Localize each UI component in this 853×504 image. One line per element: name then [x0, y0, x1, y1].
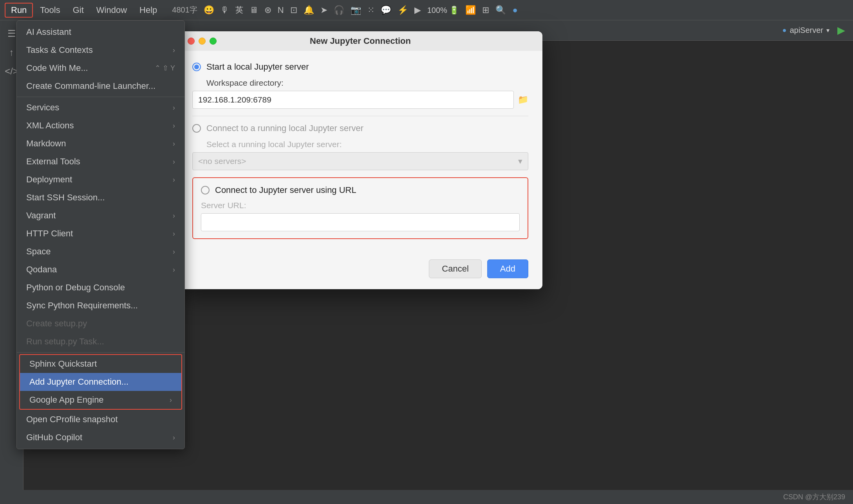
- menu-item-deployment[interactable]: Deployment ›: [17, 171, 184, 189]
- menu-item-external-tools[interactable]: External Tools ›: [17, 153, 184, 171]
- menu-item-tasks-contexts[interactable]: Tasks & Contexts ›: [17, 41, 184, 59]
- send-icon: ➤: [320, 5, 327, 15]
- workspace-dir-input[interactable]: 192.168.1.209:6789: [192, 91, 514, 109]
- section-separator: [192, 116, 528, 116]
- github-copilot-arrow-icon: ›: [173, 434, 175, 442]
- menu-item-http-client[interactable]: HTTP Client ›: [17, 225, 184, 243]
- mic-icon: 🎙: [220, 5, 229, 15]
- camera-icon: 📷: [351, 5, 361, 15]
- menu-item-start-ssh[interactable]: Start SSH Session...: [17, 189, 184, 207]
- space-arrow-icon: ›: [173, 248, 175, 256]
- url-section: Connect to Jupyter server using URL Serv…: [192, 177, 528, 239]
- tasks-arrow-icon: ›: [173, 46, 175, 54]
- menu-item-xml-actions[interactable]: XML Actions ›: [17, 117, 184, 135]
- menu-item-create-setup: Create setup.py: [17, 315, 184, 333]
- jupyter-dialog: New Jupyter Connection Start a local Jup…: [178, 31, 542, 289]
- status-bar: CSDN @方大别239: [0, 490, 853, 504]
- local-server-label: Start a local Jupyter server: [206, 62, 309, 72]
- record-icon: ⊡: [290, 5, 297, 15]
- running-local-label: Connect to a running local Jupyter serve…: [206, 123, 363, 133]
- select-server-label: Select a running local Jupyter server:: [206, 140, 528, 149]
- menu-item-sync-python[interactable]: Sync Python Requirements...: [17, 297, 184, 315]
- menubar-item-tools[interactable]: Tools: [34, 4, 65, 17]
- run-button[interactable]: ▶: [837, 24, 845, 36]
- menu-item-vagrant[interactable]: Vagrant ›: [17, 207, 184, 225]
- char-count-label: 4801字: [172, 5, 197, 15]
- menu-item-python-console[interactable]: Python or Debug Console: [17, 279, 184, 297]
- bluetooth-icon: ⚡: [398, 5, 408, 15]
- menu-separator-2: [17, 352, 184, 353]
- menubar-icons: 4801字 😀 🎙 英 🖥 ⊛ N ⊡ 🔔 ➤ 🎧 📷 ⁙ 💬 ⚡ ▶ 100%…: [164, 5, 517, 15]
- menubar-item-run[interactable]: Run: [5, 3, 33, 18]
- menu-item-code-with-me[interactable]: Code With Me... ⌃ ⇧ Y: [17, 59, 184, 77]
- wechat-icon: 💬: [381, 5, 391, 15]
- xml-arrow-icon: ›: [173, 122, 175, 130]
- vagrant-arrow-icon: ›: [173, 212, 175, 220]
- sidebar-up-icon[interactable]: ↑: [9, 47, 14, 58]
- menu-item-google-app-engine[interactable]: Google App Engine ›: [20, 391, 181, 409]
- profile-icon: ●: [512, 5, 517, 15]
- dots-icon: ⁙: [367, 5, 374, 15]
- menu-item-open-cprofile[interactable]: Open CProfile snapshot: [17, 410, 184, 428]
- server-url-input[interactable]: [201, 213, 520, 231]
- menu-item-add-jupyter[interactable]: Add Jupyter Connection...: [20, 373, 181, 391]
- dialog-title: New Jupyter Connection: [310, 36, 411, 46]
- dialog-body: Start a local Jupyter server Workspace d…: [178, 51, 542, 259]
- play-icon: ▶: [414, 5, 421, 15]
- menu-item-services[interactable]: Services ›: [17, 99, 184, 117]
- radio-url[interactable]: [201, 186, 210, 194]
- menubar-item-git[interactable]: Git: [67, 4, 89, 17]
- api-server-button[interactable]: ● apiServer ▾: [783, 26, 830, 35]
- wifi-icon: 📶: [465, 5, 476, 15]
- search-icon[interactable]: 🔍: [495, 5, 506, 15]
- workspace-dir-label: Workspace directory:: [206, 78, 528, 88]
- menu-item-markdown[interactable]: Markdown ›: [17, 135, 184, 153]
- notion-icon: N: [278, 5, 284, 15]
- option-running-local[interactable]: Connect to a running local Jupyter serve…: [192, 123, 528, 133]
- folder-icon[interactable]: 📁: [518, 95, 528, 105]
- services-arrow-icon: ›: [173, 104, 175, 112]
- menu-separator-1: [17, 97, 184, 97]
- menubar-item-help[interactable]: Help: [134, 4, 163, 17]
- add-button[interactable]: Add: [487, 259, 528, 278]
- tools-dropdown-menu: AI Assistant Tasks & Contexts › Code Wit…: [16, 20, 185, 449]
- api-server-label: apiServer: [790, 26, 823, 35]
- battery-icon: 100% 🔋: [427, 5, 459, 15]
- cancel-button[interactable]: Cancel: [429, 259, 481, 278]
- menubar-item-window[interactable]: Window: [91, 4, 132, 17]
- menu-item-github-copilot[interactable]: GitHub Copilot ›: [17, 428, 184, 446]
- dialog-footer: Cancel Add: [178, 259, 542, 289]
- menu-item-sphinx-quickstart[interactable]: Sphinx Quickstart: [20, 355, 181, 373]
- emoji-icon: 😀: [204, 5, 214, 15]
- menubar: Run Tools Git Window Help 4801字 😀 🎙 英 🖥 …: [0, 0, 853, 20]
- minimize-button[interactable]: [199, 38, 206, 45]
- monitor-icon: 🖥: [249, 5, 258, 15]
- copilot-icon: ⊛: [264, 5, 271, 15]
- menu-item-create-launcher[interactable]: Create Command-line Launcher...: [17, 77, 184, 95]
- radio-running-local[interactable]: [192, 124, 201, 133]
- sidebar-menu-icon[interactable]: ☰: [7, 28, 16, 39]
- menu-item-space[interactable]: Space ›: [17, 243, 184, 261]
- option-url[interactable]: Connect to Jupyter server using URL: [201, 185, 520, 195]
- server-url-label: Server URL:: [201, 201, 520, 210]
- control-icon: ⊞: [482, 5, 489, 15]
- status-text: CSDN @方大别239: [783, 492, 845, 502]
- menu-item-ai-assistant[interactable]: AI Assistant: [17, 23, 184, 41]
- option-local-server[interactable]: Start a local Jupyter server: [192, 62, 528, 72]
- menu-item-qodana[interactable]: Qodana ›: [17, 261, 184, 279]
- markdown-arrow-icon: ›: [173, 140, 175, 148]
- close-button[interactable]: [188, 38, 195, 45]
- radio-local-server[interactable]: [192, 63, 201, 71]
- deployment-arrow-icon: ›: [173, 176, 175, 184]
- api-server-chevron: ▾: [826, 27, 830, 34]
- api-server-dot: ●: [783, 26, 787, 34]
- code-with-me-shortcut: ⌃ ⇧ Y: [155, 64, 175, 72]
- server-select[interactable]: <no servers> ▾: [192, 152, 528, 170]
- dialog-titlebar: New Jupyter Connection: [178, 31, 542, 51]
- select-chevron-icon: ▾: [518, 157, 522, 166]
- maximize-button[interactable]: [210, 38, 217, 45]
- menu-item-run-setup: Run setup.py Task...: [17, 333, 184, 351]
- qodana-arrow-icon: ›: [173, 266, 175, 274]
- lang-icon: 英: [235, 5, 243, 15]
- traffic-lights: [188, 38, 217, 45]
